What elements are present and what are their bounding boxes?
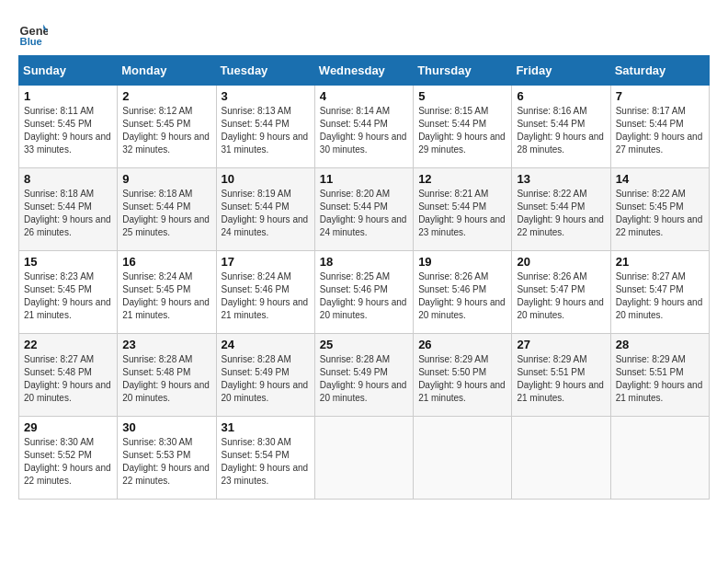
day-info: Sunrise: 8:26 AMSunset: 5:46 PMDaylight:… (418, 270, 506, 322)
day-info: Sunrise: 8:29 AMSunset: 5:50 PMDaylight:… (418, 353, 506, 405)
calendar-cell: 23Sunrise: 8:28 AMSunset: 5:48 PMDayligh… (118, 334, 216, 417)
day-info: Sunrise: 8:15 AMSunset: 5:44 PMDaylight:… (418, 105, 506, 156)
calendar-cell: 28Sunrise: 8:29 AMSunset: 5:51 PMDayligh… (610, 334, 709, 417)
calendar-cell: 31Sunrise: 8:30 AMSunset: 5:54 PMDayligh… (216, 417, 314, 500)
calendar-cell: 20Sunrise: 8:26 AMSunset: 5:47 PMDayligh… (512, 251, 610, 334)
day-info: Sunrise: 8:29 AMSunset: 5:51 PMDaylight:… (616, 353, 704, 405)
day-info: Sunrise: 8:17 AMSunset: 5:44 PMDaylight:… (616, 105, 704, 156)
day-number: 16 (122, 255, 210, 269)
day-number: 5 (418, 89, 506, 103)
weekday-friday: Friday (512, 56, 610, 86)
day-number: 18 (320, 255, 408, 269)
day-number: 29 (24, 420, 112, 434)
day-number: 28 (616, 338, 704, 351)
day-info: Sunrise: 8:30 AMSunset: 5:53 PMDaylight:… (122, 436, 210, 488)
calendar-cell: 24Sunrise: 8:28 AMSunset: 5:49 PMDayligh… (216, 334, 314, 417)
calendar-cell: 5Sunrise: 8:15 AMSunset: 5:44 PMDaylight… (414, 86, 512, 168)
calendar-cell: 26Sunrise: 8:29 AMSunset: 5:50 PMDayligh… (414, 334, 512, 417)
calendar-cell: 1Sunrise: 8:11 AMSunset: 5:45 PMDaylight… (19, 86, 118, 168)
day-info: Sunrise: 8:20 AMSunset: 5:44 PMDaylight:… (320, 188, 408, 239)
day-number: 26 (418, 338, 506, 351)
calendar-cell: 6Sunrise: 8:16 AMSunset: 5:44 PMDaylight… (512, 86, 610, 168)
day-number: 2 (122, 89, 210, 103)
calendar-cell: 12Sunrise: 8:21 AMSunset: 5:44 PMDayligh… (414, 168, 512, 251)
calendar-cell: 2Sunrise: 8:12 AMSunset: 5:45 PMDaylight… (118, 86, 216, 168)
day-info: Sunrise: 8:30 AMSunset: 5:52 PMDaylight:… (24, 436, 112, 488)
weekday-saturday: Saturday (610, 56, 709, 86)
calendar-cell (314, 417, 413, 500)
day-info: Sunrise: 8:18 AMSunset: 5:44 PMDaylight:… (122, 188, 210, 239)
day-info: Sunrise: 8:18 AMSunset: 5:44 PMDaylight:… (24, 188, 112, 239)
weekday-monday: Monday (118, 56, 216, 86)
day-number: 3 (222, 89, 310, 103)
calendar-cell: 29Sunrise: 8:30 AMSunset: 5:52 PMDayligh… (19, 417, 118, 500)
day-info: Sunrise: 8:30 AMSunset: 5:54 PMDaylight:… (222, 436, 310, 488)
day-number: 12 (418, 172, 506, 186)
day-info: Sunrise: 8:13 AMSunset: 5:44 PMDaylight:… (222, 105, 310, 156)
day-number: 8 (24, 172, 112, 186)
day-number: 15 (24, 255, 112, 269)
calendar-cell: 3Sunrise: 8:13 AMSunset: 5:44 PMDaylight… (216, 86, 314, 168)
calendar-cell: 16Sunrise: 8:24 AMSunset: 5:45 PMDayligh… (118, 251, 216, 334)
calendar-cell: 27Sunrise: 8:29 AMSunset: 5:51 PMDayligh… (512, 334, 610, 417)
day-number: 27 (517, 338, 605, 351)
calendar-cell: 30Sunrise: 8:30 AMSunset: 5:53 PMDayligh… (118, 417, 216, 500)
day-number: 14 (616, 172, 704, 186)
logo: General Blue (18, 18, 51, 48)
day-number: 9 (122, 172, 210, 186)
day-number: 20 (517, 255, 605, 269)
day-info: Sunrise: 8:28 AMSunset: 5:49 PMDaylight:… (320, 353, 408, 405)
day-info: Sunrise: 8:11 AMSunset: 5:45 PMDaylight:… (24, 105, 112, 156)
day-number: 17 (222, 255, 310, 269)
calendar-cell: 25Sunrise: 8:28 AMSunset: 5:49 PMDayligh… (314, 334, 413, 417)
calendar-cell (512, 417, 610, 500)
day-number: 11 (320, 172, 408, 186)
day-info: Sunrise: 8:28 AMSunset: 5:49 PMDaylight:… (222, 353, 310, 405)
calendar-cell: 19Sunrise: 8:26 AMSunset: 5:46 PMDayligh… (414, 251, 512, 334)
page-header: General Blue (18, 18, 710, 48)
calendar-table: SundayMondayTuesdayWednesdayThursdayFrid… (18, 55, 710, 500)
day-info: Sunrise: 8:14 AMSunset: 5:44 PMDaylight:… (320, 105, 408, 156)
day-number: 24 (222, 338, 310, 351)
day-info: Sunrise: 8:28 AMSunset: 5:48 PMDaylight:… (122, 353, 210, 405)
day-number: 31 (222, 420, 310, 434)
weekday-tuesday: Tuesday (216, 56, 314, 86)
calendar-cell: 22Sunrise: 8:27 AMSunset: 5:48 PMDayligh… (19, 334, 118, 417)
day-number: 13 (517, 172, 605, 186)
calendar-cell: 7Sunrise: 8:17 AMSunset: 5:44 PMDaylight… (610, 86, 709, 168)
day-number: 6 (517, 89, 605, 103)
day-number: 25 (320, 338, 408, 351)
day-info: Sunrise: 8:24 AMSunset: 5:46 PMDaylight:… (222, 270, 310, 322)
logo-icon: General Blue (18, 18, 48, 48)
calendar-cell: 8Sunrise: 8:18 AMSunset: 5:44 PMDaylight… (19, 168, 118, 251)
weekday-wednesday: Wednesday (314, 56, 413, 86)
day-info: Sunrise: 8:27 AMSunset: 5:48 PMDaylight:… (24, 353, 112, 405)
calendar-cell: 13Sunrise: 8:22 AMSunset: 5:44 PMDayligh… (512, 168, 610, 251)
day-info: Sunrise: 8:12 AMSunset: 5:45 PMDaylight:… (122, 105, 210, 156)
day-info: Sunrise: 8:23 AMSunset: 5:45 PMDaylight:… (24, 270, 112, 322)
weekday-sunday: Sunday (19, 56, 118, 86)
day-info: Sunrise: 8:19 AMSunset: 5:44 PMDaylight:… (222, 188, 310, 239)
day-number: 30 (122, 420, 210, 434)
calendar-cell: 18Sunrise: 8:25 AMSunset: 5:46 PMDayligh… (314, 251, 413, 334)
day-info: Sunrise: 8:25 AMSunset: 5:46 PMDaylight:… (320, 270, 408, 322)
day-info: Sunrise: 8:27 AMSunset: 5:47 PMDaylight:… (616, 270, 704, 322)
calendar-cell (414, 417, 512, 500)
day-info: Sunrise: 8:22 AMSunset: 5:45 PMDaylight:… (616, 188, 704, 239)
calendar-cell (610, 417, 709, 500)
calendar-cell: 4Sunrise: 8:14 AMSunset: 5:44 PMDaylight… (314, 86, 413, 168)
calendar-cell: 10Sunrise: 8:19 AMSunset: 5:44 PMDayligh… (216, 168, 314, 251)
day-info: Sunrise: 8:16 AMSunset: 5:44 PMDaylight:… (517, 105, 605, 156)
day-number: 7 (616, 89, 704, 103)
calendar-cell: 14Sunrise: 8:22 AMSunset: 5:45 PMDayligh… (610, 168, 709, 251)
day-number: 19 (418, 255, 506, 269)
calendar-cell: 15Sunrise: 8:23 AMSunset: 5:45 PMDayligh… (19, 251, 118, 334)
day-number: 10 (222, 172, 310, 186)
calendar-cell: 9Sunrise: 8:18 AMSunset: 5:44 PMDaylight… (118, 168, 216, 251)
weekday-thursday: Thursday (414, 56, 512, 86)
day-info: Sunrise: 8:22 AMSunset: 5:44 PMDaylight:… (517, 188, 605, 239)
calendar-cell: 17Sunrise: 8:24 AMSunset: 5:46 PMDayligh… (216, 251, 314, 334)
day-info: Sunrise: 8:29 AMSunset: 5:51 PMDaylight:… (517, 353, 605, 405)
day-number: 23 (122, 338, 210, 351)
svg-text:Blue: Blue (20, 36, 42, 47)
